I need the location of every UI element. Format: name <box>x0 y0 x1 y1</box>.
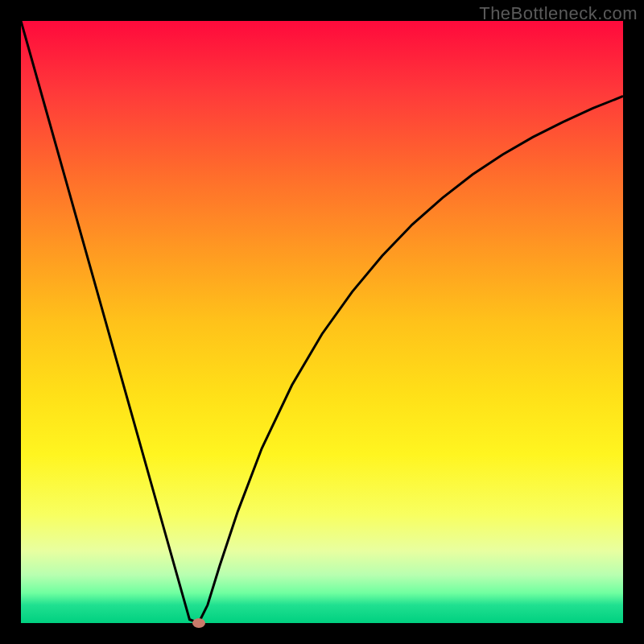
curve-svg <box>21 21 623 623</box>
bottleneck-curve <box>21 21 623 623</box>
chart-frame: TheBottleneck.com <box>0 0 644 644</box>
minimum-marker <box>192 618 205 628</box>
plot-area <box>21 21 623 623</box>
